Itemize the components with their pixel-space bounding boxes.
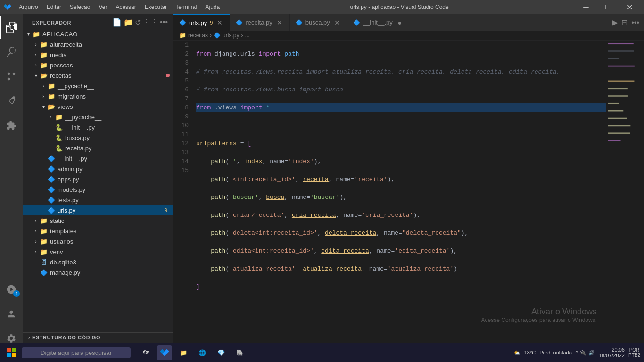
tab-init-py[interactable]: 🔷 __init__.py ● — [347, 14, 410, 31]
titlebar-left: Arquivo Editar Seleção Ver Acessar Execu… — [4, 3, 223, 11]
file-manager-icon[interactable]: 📁 — [176, 345, 191, 360]
tree-item-alurareceita[interactable]: › 📁 alurareceita — [23, 39, 173, 49]
tree-item-busca[interactable]: 🐍 busca.py — [23, 132, 173, 143]
tray-arrow[interactable]: ^ — [576, 350, 578, 355]
root-label: APLICACAO — [42, 31, 170, 38]
tab-close-button[interactable]: ✕ — [333, 18, 341, 27]
python-blue-icon: 🔷 — [40, 269, 48, 276]
tree-item-manage[interactable]: 🔷 manage.py — [23, 267, 173, 278]
split-editor-button[interactable]: ⊟ — [620, 17, 628, 28]
menu-selecao[interactable]: Seleção — [66, 3, 94, 11]
activity-account[interactable] — [0, 303, 23, 325]
clock[interactable]: 20:06 18/07/2022 — [599, 347, 625, 358]
tree-item-venv[interactable]: › 📁 venv — [23, 247, 173, 257]
tree-item-pessoas[interactable]: › 📁 pessoas — [23, 60, 173, 70]
menu-terminal[interactable]: Terminal — [172, 3, 200, 11]
item-label: media — [50, 51, 170, 58]
tree-root[interactable]: ▾ 📁 APLICACAO — [23, 29, 173, 39]
code-content[interactable]: from django.urls import path # from rece… — [192, 41, 606, 352]
tab-urls-py[interactable]: 🔷 urls.py 9 ✕ — [173, 14, 230, 31]
activity-remote[interactable]: 1 — [0, 278, 23, 301]
activity-source-control[interactable] — [0, 65, 23, 88]
notification-badge: 1 — [13, 290, 20, 297]
item-label: urls.py — [58, 207, 160, 214]
folder-open-icon: 📂 — [40, 72, 48, 79]
tree-item-init[interactable]: 🔷 __init__.py — [23, 153, 173, 164]
tab-receita-py[interactable]: 🔷 receita.py ✕ — [230, 14, 289, 31]
new-file-icon[interactable]: 📄 — [112, 18, 122, 27]
minimap-canvas — [606, 41, 644, 352]
tree-item-admin[interactable]: 🔷 admin.py — [23, 164, 173, 174]
svg-point-0 — [8, 73, 10, 75]
activity-extensions[interactable] — [0, 114, 23, 137]
folder-icon: 📁 — [40, 248, 48, 255]
menu-ver[interactable]: Ver — [95, 3, 111, 11]
tree-item-views[interactable]: ▾ 📂 views — [23, 101, 173, 112]
python-icon: 🐍 — [55, 145, 63, 152]
tab-close-button[interactable]: ● — [396, 18, 404, 27]
maps-icon[interactable]: 🗺 — [138, 345, 153, 360]
python-icon: 🐍 — [55, 134, 63, 141]
collapse-icon[interactable]: ⋮⋮ — [143, 18, 158, 27]
chrome-icon[interactable]: 🌐 — [195, 345, 210, 360]
close-button[interactable]: ✕ — [619, 0, 640, 14]
menu-ajuda[interactable]: Ajuda — [202, 3, 224, 11]
code-line-12: path('edita<int:receita_id>', edita_rece… — [196, 247, 606, 255]
menu-executar[interactable]: Executar — [141, 3, 171, 11]
tree-item-migrations[interactable]: › 📁 migrations — [23, 91, 173, 101]
search-taskbar[interactable]: Digite aqui para pesquisar — [22, 347, 131, 358]
breadcrumb-symbol[interactable]: ... — [245, 32, 249, 39]
breadcrumb-receitas[interactable]: receitas — [188, 32, 208, 39]
tree-item-views-init[interactable]: 🐍 __init__.py — [23, 122, 173, 132]
tree-item-db[interactable]: 🗄 db.sqlite3 — [23, 257, 173, 267]
error-count-badge: 9 — [162, 208, 170, 213]
svg-rect-6 — [12, 353, 16, 357]
activity-search[interactable] — [0, 41, 23, 63]
new-folder-icon[interactable]: 📁 — [124, 18, 133, 27]
editor-area: 🔷 urls.py 9 ✕ 🔷 receita.py ✕ 🔷 busca.py … — [173, 14, 644, 352]
menu-acessar[interactable]: Acessar — [112, 3, 140, 11]
code-line-15 — [196, 300, 606, 309]
menu-editar[interactable]: Editar — [43, 3, 65, 11]
run-button[interactable]: ▶ — [611, 17, 619, 28]
taskbar: Digite aqui para pesquisar 🗺 📁 🌐 💎 🐘 ⛅ 1… — [0, 343, 644, 362]
app-icon-2[interactable]: 🐘 — [232, 345, 248, 360]
more-actions-icon[interactable]: ••• — [160, 18, 168, 27]
volume-icon: 🔊 — [588, 350, 595, 356]
tab-close-button[interactable]: ✕ — [215, 18, 224, 27]
refresh-icon[interactable]: ↺ — [135, 18, 141, 27]
breadcrumb-filename[interactable]: urls.py — [223, 32, 239, 39]
tree-item-pycache[interactable]: › 📁 __pycache__ — [23, 81, 173, 91]
item-label: models.py — [58, 186, 170, 193]
tree-item-templates[interactable]: › 📁 templates — [23, 226, 173, 236]
more-tab-actions[interactable]: ••• — [630, 17, 640, 28]
tree-item-static[interactable]: › 📁 static — [23, 215, 173, 226]
app-icon-1[interactable]: 💎 — [214, 345, 229, 360]
tree-item-media[interactable]: › 📁 media — [23, 49, 173, 60]
tree-item-apps[interactable]: 🔷 apps.py — [23, 174, 173, 184]
start-button[interactable] — [4, 345, 19, 360]
panel-estrutura[interactable]: › ESTRUTURA DO CÓDIGO — [23, 333, 173, 342]
minimize-button[interactable]: ─ — [575, 0, 597, 14]
tree-item-models[interactable]: 🔷 models.py — [23, 184, 173, 195]
weather-label: Pred. nublado — [539, 350, 572, 355]
tree-item-usuarios[interactable]: › 📁 usuarios — [23, 236, 173, 247]
tab-close-button[interactable]: ✕ — [275, 18, 284, 27]
vscode-taskbar-icon[interactable] — [157, 345, 172, 360]
tree-item-views-pycache[interactable]: › 📁 __pycache__ — [23, 112, 173, 122]
breadcrumb-separator: › — [210, 32, 212, 39]
tree-item-receitas[interactable]: ▾ 📂 receitas — [23, 70, 173, 81]
menu-arquivo[interactable]: Arquivo — [15, 3, 42, 11]
locale-display[interactable]: POR PTB2 — [628, 347, 640, 358]
activity-run[interactable] — [0, 90, 23, 112]
weather-temp: 18°C — [524, 350, 536, 355]
breadcrumb: 📁 receitas › 🔷 urls.py › ... — [173, 31, 644, 41]
maximize-button[interactable]: □ — [597, 0, 619, 14]
tree-item-tests[interactable]: 🔷 tests.py — [23, 195, 173, 205]
activity-explorer[interactable] — [0, 16, 23, 39]
svg-rect-5 — [7, 353, 11, 357]
tree-item-receita[interactable]: 🐍 receita.py — [23, 143, 173, 153]
item-label: alurareceita — [50, 41, 170, 48]
tab-busca-py[interactable]: 🔷 busca.py ✕ — [290, 14, 347, 31]
tree-item-urls[interactable]: 🔷 urls.py 9 — [23, 205, 173, 215]
